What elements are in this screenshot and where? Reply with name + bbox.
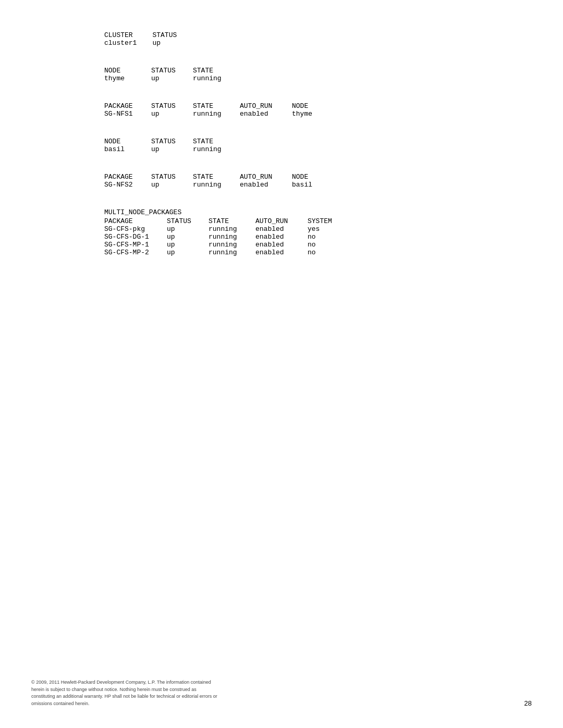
pkg-nfs1-state: running (193, 110, 240, 118)
cluster-status: up (152, 39, 194, 47)
node-thyme-state: running (193, 75, 240, 82)
multi-node-row1-col2: up (167, 233, 209, 241)
node-basil-status: up (151, 145, 193, 153)
footer-content: © 2009, 2011 Hewlett-Packard Development… (31, 680, 217, 706)
multi-node-label: MULTI_NODE_PACKAGES (104, 208, 563, 216)
node-thyme-col2-header: STATUS (151, 67, 193, 75)
pkg-nfs2-node: basil (292, 181, 334, 189)
multi-node-row2-col3: running (209, 241, 255, 249)
node-basil-header-row: NODE STATUS STATE (104, 138, 240, 145)
package-nfs1-section: PACKAGE STATUS STATE AUTO_RUN NODE SG-NF… (104, 102, 563, 118)
node-thyme-data-row: thyme up running (104, 75, 240, 82)
multi-node-row3-col3: running (209, 249, 255, 256)
multi-node-row2-col5: no (308, 241, 348, 249)
pkg-nfs2-autorun: enabled (240, 181, 292, 189)
pkg-nfs2-col4-header: AUTO_RUN (240, 173, 292, 181)
multi-node-row1-col1: SG-CFS-DG-1 (104, 233, 167, 241)
multi-node-row3-col4: enabled (255, 249, 308, 256)
pkg-nfs2-col3-header: STATE (193, 173, 240, 181)
multi-node-col1-header: PACKAGE (104, 217, 167, 225)
node-basil-state: running (193, 145, 240, 153)
node-thyme-name: thyme (104, 75, 151, 82)
cluster-section: CLUSTER STATUS cluster1 up (104, 31, 563, 47)
multi-node-row3-col2: up (167, 249, 209, 256)
pkg-nfs2-col5-header: NODE (292, 173, 334, 181)
multi-node-row0-col1: SG-CFS-pkg (104, 225, 167, 233)
multi-node-row1-col3: running (209, 233, 255, 241)
node-basil-name: basil (104, 145, 151, 153)
multi-node-header-row: PACKAGE STATUS STATE AUTO_RUN SYSTEM (104, 217, 348, 225)
pkg-nfs2-state: running (193, 181, 240, 189)
page-number: 28 (524, 699, 532, 707)
node-thyme-status: up (151, 75, 193, 82)
multi-node-row1-col5: no (308, 233, 348, 241)
pkg-nfs1-data-row: SG-NFS1 up running enabled thyme (104, 110, 334, 118)
node-basil-section: NODE STATUS STATE basil up running (104, 138, 563, 153)
multi-node-row0-col5: yes (308, 225, 348, 233)
multi-node-row1-col4: enabled (255, 233, 308, 241)
multi-node-section: MULTI_NODE_PACKAGES PACKAGE STATUS STATE… (104, 208, 563, 256)
pkg-nfs2-name: SG-NFS2 (104, 181, 151, 189)
pkg-nfs2-col2-header: STATUS (151, 173, 193, 181)
multi-node-row3-col5: no (308, 249, 348, 256)
pkg-nfs1-col4-header: AUTO_RUN (240, 102, 292, 110)
pkg-nfs1-node: thyme (292, 110, 334, 118)
node-basil-data-row: basil up running (104, 145, 240, 153)
node-thyme-col3-header: STATE (193, 67, 240, 75)
multi-node-data-row: SG-CFS-MP-1uprunningenabledno (104, 241, 348, 249)
pkg-nfs1-col2-header: STATUS (151, 102, 193, 110)
multi-node-row2-col1: SG-CFS-MP-1 (104, 241, 167, 249)
node-thyme-header-row: NODE STATUS STATE (104, 67, 240, 75)
pkg-nfs2-header-row: PACKAGE STATUS STATE AUTO_RUN NODE (104, 173, 334, 181)
pkg-nfs1-col5-header: NODE (292, 102, 334, 110)
node-basil-col3-header: STATE (193, 138, 240, 145)
node-basil-col2-header: STATUS (151, 138, 193, 145)
multi-node-data-row: SG-CFS-pkguprunningenabledyes (104, 225, 348, 233)
multi-node-row2-col4: enabled (255, 241, 308, 249)
multi-node-col3-header: STATE (209, 217, 255, 225)
multi-node-col5-header: SYSTEM (308, 217, 348, 225)
node-basil-col1-header: NODE (104, 138, 151, 145)
pkg-nfs1-col1-header: PACKAGE (104, 102, 151, 110)
pkg-nfs2-col1-header: PACKAGE (104, 173, 151, 181)
multi-node-row2-col2: up (167, 241, 209, 249)
pkg-nfs1-autorun: enabled (240, 110, 292, 118)
multi-node-col2-header: STATUS (167, 217, 209, 225)
pkg-nfs1-name: SG-NFS1 (104, 110, 151, 118)
node-thyme-section: NODE STATUS STATE thyme up running (104, 67, 563, 82)
footer-text: © 2009, 2011 Hewlett-Packard Development… (31, 679, 219, 707)
multi-node-row0-col3: running (209, 225, 255, 233)
node-thyme-col1-header: NODE (104, 67, 151, 75)
pkg-nfs2-status: up (151, 181, 193, 189)
multi-node-row0-col2: up (167, 225, 209, 233)
multi-node-data-row: SG-CFS-MP-2uprunningenabledno (104, 249, 348, 256)
pkg-nfs2-data-row: SG-NFS2 up running enabled basil (104, 181, 334, 189)
multi-node-data-row: SG-CFS-DG-1uprunningenabledno (104, 233, 348, 241)
pkg-nfs1-col3-header: STATE (193, 102, 240, 110)
multi-node-row0-col4: enabled (255, 225, 308, 233)
multi-node-row3-col1: SG-CFS-MP-2 (104, 249, 167, 256)
multi-node-col4-header: AUTO_RUN (255, 217, 308, 225)
cluster-data-row: cluster1 up (104, 39, 194, 47)
package-nfs2-section: PACKAGE STATUS STATE AUTO_RUN NODE SG-NF… (104, 173, 563, 189)
pkg-nfs1-header-row: PACKAGE STATUS STATE AUTO_RUN NODE (104, 102, 334, 110)
cluster-col2-header: STATUS (152, 31, 194, 39)
cluster-name: cluster1 (104, 39, 152, 47)
cluster-col1-header: CLUSTER (104, 31, 152, 39)
cluster-header-row: CLUSTER STATUS (104, 31, 194, 39)
pkg-nfs1-status: up (151, 110, 193, 118)
